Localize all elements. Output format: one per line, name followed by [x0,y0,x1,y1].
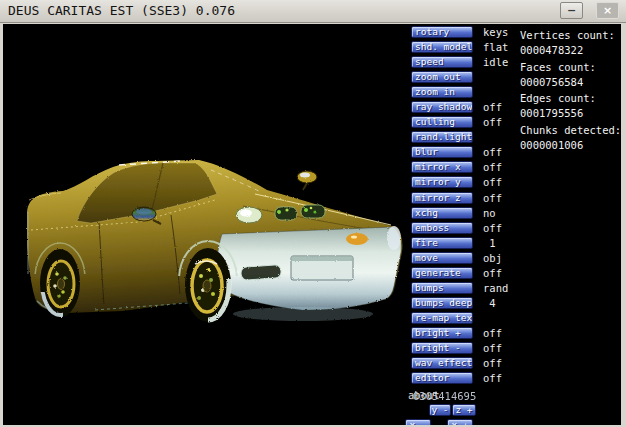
control-button-emboss[interactable]: emboss [411,222,473,234]
control-button-rand-light[interactable]: rand.light [411,131,473,143]
minimize-button[interactable]: − [560,2,583,19]
axis-y-minus-button[interactable]: y - [429,404,451,416]
control-value: no [483,207,496,219]
control-value: off [483,372,502,384]
control-value: off [483,357,502,369]
stat-label: Vertices count: [520,29,621,44]
control-button-fire[interactable]: fire [411,237,473,249]
minimize-icon: − [567,4,576,17]
control-row: mirror xoff [411,161,621,173]
control-row: bright -off [411,342,621,354]
control-button-culling[interactable]: culling [411,116,473,128]
control-value: off [483,192,502,204]
control-button-mirror-x[interactable]: mirror x [411,161,473,173]
control-value: keys [483,26,508,38]
control-row: re-map tex [411,312,621,324]
stat-value: 0000001006 [520,139,621,154]
control-button-bumps-deep[interactable]: bumps deep [411,297,473,309]
control-button-ray-shadow[interactable]: ray shadow [411,101,473,113]
control-row: mirror yoff [411,176,621,188]
control-value: obj [483,252,502,264]
control-value: off [483,176,502,188]
titlebar[interactable]: DEUS CARITAS EST (SSE3) 0.076 − × [0,0,626,23]
stats-panel: Vertices count:0000478322Faces count:000… [520,29,621,155]
stat-group: Faces count:0000756584 [520,61,621,91]
control-row: bumpsrand [411,282,621,294]
control-row: editoroff [411,372,621,384]
close-button[interactable]: × [596,2,619,19]
control-row: embossoff [411,222,621,234]
axis-x-minus-button[interactable]: x - [405,419,431,425]
control-row: bright +off [411,327,621,339]
window-title: DEUS CARITAS EST (SSE3) 0.076 [8,3,235,18]
control-button-rotary[interactable]: rotary [411,26,473,38]
control-button-move[interactable]: move [411,252,473,264]
control-button-mirror-z[interactable]: mirror z [411,192,473,204]
control-button-generate[interactable]: generate [411,267,473,279]
car-model [27,160,402,322]
control-button-bright-+[interactable]: bright + [411,327,473,339]
control-button-zoom-in[interactable]: zoom in [411,86,473,98]
control-value: off [483,161,502,173]
control-value: flat [483,41,508,53]
control-button-bumps[interactable]: bumps [411,282,473,294]
stat-group: Vertices count:0000478322 [520,29,621,59]
control-value: off [483,267,502,279]
control-button-wav-effect[interactable]: wav effect [411,357,473,369]
stat-value: 0001795556 [520,107,621,122]
stat-label: Faces count: [520,61,621,76]
control-button-speed[interactable]: speed [411,56,473,68]
control-value: rand [483,282,508,294]
control-button-shd-model[interactable]: shd. model [411,41,473,53]
car-mirror-far [297,171,317,190]
control-button-mirror-y[interactable]: mirror y [411,176,473,188]
control-button-blur[interactable]: blur [411,146,473,158]
control-row: moveobj [411,252,621,264]
app-window: DEUS CARITAS EST (SSE3) 0.076 − × [0,0,626,427]
stat-group: Chunks detected:0000001006 [520,124,621,154]
control-value: off [483,327,502,339]
control-value: 1 [483,237,496,249]
control-button-zoom-out[interactable]: zoom out [411,71,473,83]
control-value: 4 [483,297,496,309]
control-row: mirror zoff [411,192,621,204]
close-icon: × [603,4,612,17]
control-value: off [483,116,502,128]
control-row: generateoff [411,267,621,279]
stat-group: Edges count:0001795556 [520,92,621,122]
control-value: off [483,222,502,234]
control-button-xchg[interactable]: xchg [411,207,473,219]
control-value: off [483,342,502,354]
control-row: fire 1 [411,237,621,249]
stat-label: Chunks detected: [520,124,621,139]
control-value: off [483,146,502,158]
axis-x-plus-button[interactable]: x + [447,419,473,425]
stat-value: 0000756584 [520,76,621,91]
control-value: off [483,101,502,113]
control-row: wav effectoff [411,357,621,369]
control-row: bumps deep 4 [411,297,621,309]
car-wheel-front [185,248,231,322]
car-wheel-rear [40,249,80,317]
counter-text: 0305414695 [413,390,476,402]
stat-label: Edges count: [520,92,621,107]
stat-value: 0000478322 [520,44,621,59]
control-row: xchgno [411,207,621,219]
control-button-editor[interactable]: editor [411,372,473,384]
control-button-re-map-tex[interactable]: re-map tex [411,312,473,324]
axis-z-plus-button[interactable]: z + [452,404,476,416]
control-button-bright-[interactable]: bright - [411,342,473,354]
control-value: idle [483,56,508,68]
viewport[interactable]: rotarykeysshd. modelflatspeedidlezoom ou… [3,24,621,425]
